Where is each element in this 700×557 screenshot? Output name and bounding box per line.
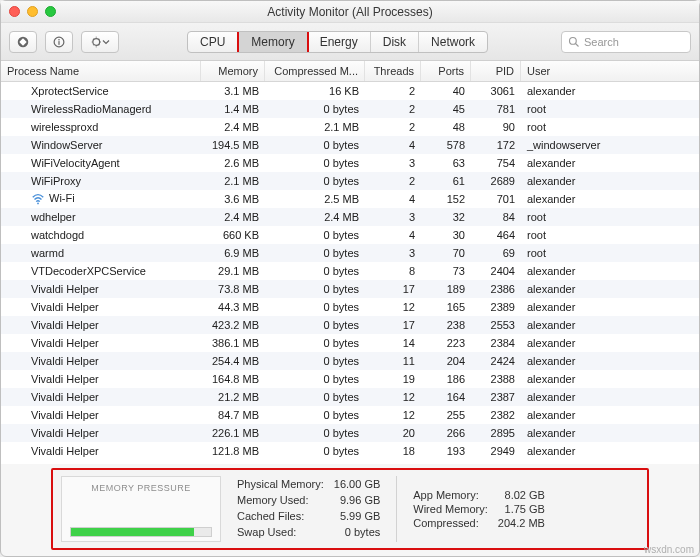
svg-rect-4 [58,41,59,45]
process-ports: 152 [421,190,471,208]
table-row[interactable]: watchdogd660 KB0 bytes430464root [1,226,699,244]
table-row[interactable]: wirelessproxd2.4 MB2.1 MB24890root [1,118,699,136]
table-row[interactable]: Vivaldi Helper164.8 MB0 bytes191862388al… [1,370,699,388]
process-name: WindowServer [1,136,201,154]
process-compressed: 0 bytes [265,334,365,352]
tab-energy[interactable]: Energy [308,32,371,52]
svg-point-8 [37,203,39,205]
col-ports[interactable]: Ports [421,61,471,81]
table-row[interactable]: Vivaldi Helper73.8 MB0 bytes171892386ale… [1,280,699,298]
table-row[interactable]: warmd6.9 MB0 bytes37069root [1,244,699,262]
process-name: WiFiVelocityAgent [1,154,201,172]
process-ports: 40 [421,82,471,100]
process-compressed: 0 bytes [265,406,365,424]
process-ports: 165 [421,298,471,316]
process-ports: 266 [421,424,471,442]
activity-monitor-window: Activity Monitor (All Processes) CPU Mem… [0,0,700,557]
process-pid: 2384 [471,334,521,352]
process-table[interactable]: XprotectService3.1 MB16 KB2403061alexand… [1,82,699,464]
process-user: alexander [521,370,699,388]
process-name: wdhelper [1,208,201,226]
process-user: alexander [521,172,699,190]
table-row[interactable]: XprotectService3.1 MB16 KB2403061alexand… [1,82,699,100]
col-memory[interactable]: Memory [201,61,265,81]
process-memory: 21.2 MB [201,388,265,406]
process-memory: 73.8 MB [201,280,265,298]
process-name: wirelessproxd [1,118,201,136]
process-compressed: 0 bytes [265,226,365,244]
table-row[interactable]: Vivaldi Helper226.1 MB0 bytes202662895al… [1,424,699,442]
col-pid[interactable]: PID [471,61,521,81]
col-user[interactable]: User [521,61,699,81]
window-title: Activity Monitor (All Processes) [1,5,699,19]
col-threads[interactable]: Threads [365,61,421,81]
process-ports: 73 [421,262,471,280]
process-name: Wi-Fi [1,190,201,208]
table-row[interactable]: Vivaldi Helper254.4 MB0 bytes112042424al… [1,352,699,370]
table-row[interactable]: WirelessRadioManagerd1.4 MB0 bytes245781… [1,100,699,118]
process-threads: 17 [365,280,421,298]
process-user: alexander [521,298,699,316]
col-process-name[interactable]: Process Name [1,61,201,81]
tab-memory[interactable]: Memory [239,32,306,52]
process-ports: 255 [421,406,471,424]
process-pid: 2382 [471,406,521,424]
process-compressed: 0 bytes [265,316,365,334]
process-ports: 193 [421,442,471,460]
process-ports: 189 [421,280,471,298]
tab-bar: CPU Memory Energy Disk Network [187,31,488,53]
process-pid: 90 [471,118,521,136]
tab-disk[interactable]: Disk [371,32,419,52]
process-memory: 2.1 MB [201,172,265,190]
process-user: alexander [521,280,699,298]
process-pid: 754 [471,154,521,172]
process-user: root [521,208,699,226]
options-dropdown[interactable] [81,31,119,53]
process-threads: 12 [365,298,421,316]
info-button[interactable] [45,31,73,53]
table-row[interactable]: wdhelper2.4 MB2.4 MB33284root [1,208,699,226]
process-pid: 781 [471,100,521,118]
table-row[interactable]: WiFiVelocityAgent2.6 MB0 bytes363754alex… [1,154,699,172]
table-row[interactable]: Vivaldi Helper386.1 MB0 bytes142232384al… [1,334,699,352]
process-threads: 4 [365,226,421,244]
process-compressed: 0 bytes [265,244,365,262]
process-user: alexander [521,154,699,172]
table-row[interactable]: Vivaldi Helper121.8 MB0 bytes181932949al… [1,442,699,460]
table-row[interactable]: VTDecoderXPCService29.1 MB0 bytes8732404… [1,262,699,280]
memory-stats-right: App Memory:8.02 GB Wired Memory:1.75 GB … [407,487,551,531]
table-row[interactable]: Wi-Fi3.6 MB2.5 MB4152701alexander [1,190,699,208]
process-threads: 19 [365,370,421,388]
table-row[interactable]: WindowServer194.5 MB0 bytes4578172_windo… [1,136,699,154]
process-threads: 20 [365,424,421,442]
process-ports: 61 [421,172,471,190]
process-pid: 2386 [471,280,521,298]
process-ports: 164 [421,388,471,406]
col-compressed[interactable]: Compressed M... [265,61,365,81]
process-threads: 17 [365,316,421,334]
titlebar: Activity Monitor (All Processes) [1,1,699,23]
table-row[interactable]: Vivaldi Helper84.7 MB0 bytes122552382ale… [1,406,699,424]
tab-network[interactable]: Network [419,32,487,52]
stop-process-button[interactable] [9,31,37,53]
process-user: alexander [521,388,699,406]
process-memory: 3.6 MB [201,190,265,208]
process-threads: 12 [365,406,421,424]
memory-pressure-label: MEMORY PRESSURE [70,483,212,493]
search-input[interactable]: Search [561,31,691,53]
tab-cpu[interactable]: CPU [188,32,238,52]
process-memory: 2.6 MB [201,154,265,172]
table-row[interactable]: Vivaldi Helper21.2 MB0 bytes121642387ale… [1,388,699,406]
process-ports: 238 [421,316,471,334]
memory-stats-left: Physical Memory:16.00 GB Memory Used:9.9… [231,476,386,542]
process-pid: 2387 [471,388,521,406]
table-row[interactable]: Vivaldi Helper44.3 MB0 bytes121652389ale… [1,298,699,316]
process-compressed: 0 bytes [265,262,365,280]
process-memory: 423.2 MB [201,316,265,334]
process-threads: 2 [365,82,421,100]
process-pid: 2388 [471,370,521,388]
process-compressed: 0 bytes [265,424,365,442]
table-row[interactable]: WiFiProxy2.1 MB0 bytes2612689alexander [1,172,699,190]
process-pid: 2895 [471,424,521,442]
table-row[interactable]: Vivaldi Helper423.2 MB0 bytes172382553al… [1,316,699,334]
